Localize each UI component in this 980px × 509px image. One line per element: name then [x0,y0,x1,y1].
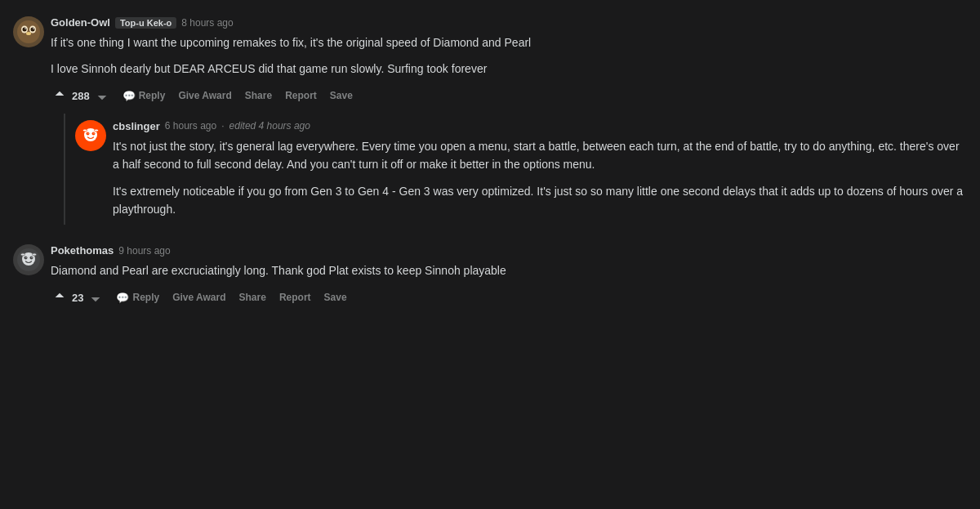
reply-button[interactable]: 💬 Reply [111,288,164,307]
report-button[interactable]: Report [280,87,322,105]
svg-point-12 [87,132,88,133]
save-button[interactable]: Save [319,288,352,306]
user-flair: Top-u Kek-o [115,17,176,29]
svg-point-11 [92,132,96,135]
comment-header: Golden-Owl Top-u Kek-o 8 hours ago [51,16,967,29]
comment-golden-owl: Golden-Owl Top-u Kek-o 8 hours ago If it… [13,10,967,231]
svg-point-7 [26,32,31,35]
avatar [75,120,106,151]
svg-point-24 [33,253,37,256]
comment-pokethomas: Pokethomas 9 hours ago Diamond and Pearl… [13,238,967,313]
chat-icon: 💬 [116,292,129,304]
comment-golden-owl-body: Golden-Owl Top-u Kek-o 8 hours ago If it… [51,16,967,225]
comment-pokethomas-body: Pokethomas 9 hours ago Diamond and Pearl… [51,244,967,306]
comment-text: Diamond and Pearl are excruciatingly lon… [51,261,967,279]
upvote-button[interactable] [51,289,69,306]
downvote-button[interactable] [87,289,105,306]
svg-point-21 [25,257,26,258]
nested-thread: cbslinger 6 hours ago · edited 4 hours a… [51,114,967,225]
edited-label: edited 4 hours ago [229,120,310,132]
svg-point-13 [93,132,94,133]
comment-actions: 23 💬 Reply Give Award Share Report [51,288,967,307]
svg-point-4 [31,28,35,32]
svg-point-10 [87,132,90,135]
avatar [13,16,44,47]
svg-point-3 [23,28,27,32]
comment-timestamp: 6 hours ago [165,120,216,132]
svg-point-23 [21,253,25,256]
report-button[interactable]: Report [274,288,316,306]
svg-point-25 [34,261,38,265]
svg-point-22 [31,257,32,258]
svg-point-15 [95,129,99,132]
comment-cbslinger-body: cbslinger 6 hours ago · edited 4 hours a… [113,120,967,219]
comment-thread: Golden-Owl Top-u Kek-o 8 hours ago If it… [13,10,967,314]
vote-section: 23 [51,289,105,306]
username: cbslinger [113,120,160,132]
svg-point-20 [30,257,33,260]
username: Pokethomas [51,244,114,257]
share-button[interactable]: Share [234,288,271,306]
give-award-button[interactable]: Give Award [167,288,230,306]
save-button[interactable]: Save [325,87,358,105]
vote-count: 23 [72,292,83,304]
give-award-button[interactable]: Give Award [173,87,236,105]
svg-point-6 [33,28,34,29]
reply-button[interactable]: 💬 Reply [118,87,171,105]
comment-timestamp: 8 hours ago [181,17,233,29]
comment-actions: 288 💬 Reply Give Award Share Report [51,87,967,105]
vote-section: 288 [51,87,111,104]
svg-point-19 [24,257,28,260]
upvote-button[interactable] [51,87,69,104]
comment-header: cbslinger 6 hours ago · edited 4 hours a… [113,120,967,132]
avatar [13,244,44,275]
comment-text: It's not just the story, it's general la… [113,137,967,219]
username: Golden-Owl [51,16,110,29]
comment-header: Pokethomas 9 hours ago [51,244,967,257]
svg-point-5 [24,28,26,29]
comment-text: If it's one thing I want the upcoming re… [51,33,967,78]
comment-cbslinger: cbslinger 6 hours ago · edited 4 hours a… [64,114,967,225]
svg-point-16 [96,136,100,140]
vote-count: 288 [72,90,90,102]
downvote-button[interactable] [93,87,111,104]
svg-point-14 [83,129,87,132]
share-button[interactable]: Share [240,87,277,105]
chat-icon: 💬 [122,90,136,102]
dot-separator: · [221,120,224,132]
comment-timestamp: 9 hours ago [118,245,170,257]
